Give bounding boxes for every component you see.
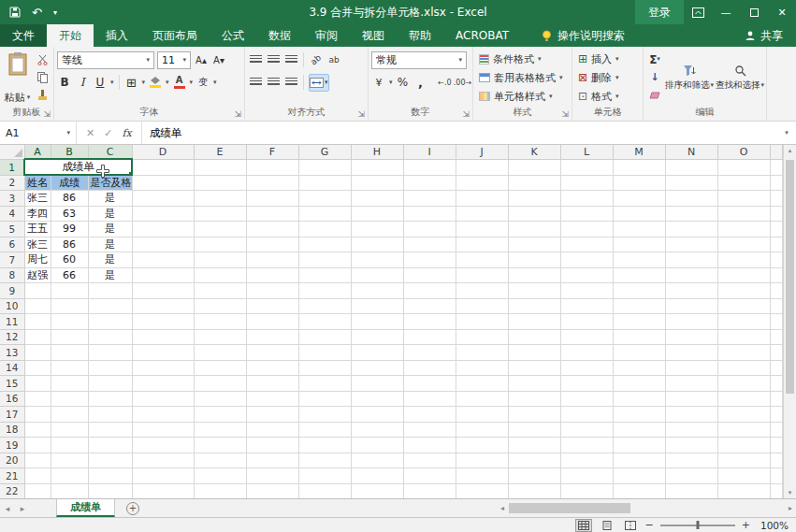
cell-J3[interactable] <box>456 191 508 207</box>
cell-A3[interactable]: 张三 <box>24 191 51 207</box>
cell-O17[interactable] <box>717 407 770 423</box>
cell-I18[interactable] <box>403 422 456 438</box>
cell-B20[interactable] <box>51 453 88 468</box>
cell-A1:C1[interactable]: 成绩单 <box>24 159 132 175</box>
cell-K1[interactable] <box>508 159 560 175</box>
cell-M4[interactable] <box>613 206 665 222</box>
cell-N1[interactable] <box>665 159 717 175</box>
borders-caret-icon[interactable]: ▾ <box>142 79 146 86</box>
sheet-nav-left-icon[interactable]: ◂ <box>0 499 15 517</box>
cell-L15[interactable] <box>560 376 613 392</box>
cell-E14[interactable] <box>194 360 246 376</box>
cell-N10[interactable] <box>665 298 717 314</box>
cell-E7[interactable] <box>194 252 246 268</box>
cell-M13[interactable] <box>613 345 665 361</box>
cell-F22[interactable] <box>246 483 298 498</box>
cell-L12[interactable] <box>560 329 613 345</box>
cell-I10[interactable] <box>403 298 456 314</box>
conditional-formatting-button[interactable]: 条件格式▾ <box>476 50 569 68</box>
cell-F2[interactable] <box>246 175 298 191</box>
cell-E15[interactable] <box>194 376 246 392</box>
cell-D18[interactable] <box>132 422 194 438</box>
cell-L22[interactable] <box>560 483 613 498</box>
cell-C2[interactable]: 是否及格 <box>88 175 132 191</box>
sign-in-button[interactable]: 登录 <box>635 0 684 24</box>
decrease-decimal-button[interactable]: .00→ <box>456 74 470 92</box>
row-header-17[interactable]: 17 <box>0 407 24 423</box>
cell-F18[interactable] <box>246 422 298 438</box>
align-right-button[interactable] <box>283 74 298 92</box>
cell-F10[interactable] <box>246 298 298 314</box>
cell-O20[interactable] <box>717 453 770 468</box>
cell-J18[interactable] <box>456 422 508 438</box>
cell-J10[interactable] <box>456 298 508 314</box>
cell-C16[interactable] <box>88 391 132 407</box>
cell-O13[interactable] <box>717 345 770 361</box>
ribbon-tab-帮助[interactable]: 帮助 <box>397 24 443 47</box>
cell-A7[interactable]: 周七 <box>24 252 51 268</box>
phonetic-caret-icon[interactable]: ▾ <box>213 79 217 86</box>
cell-K18[interactable] <box>508 422 560 438</box>
merge-and-center-button[interactable]: ▾ <box>309 74 329 92</box>
bold-button[interactable]: B <box>57 74 72 92</box>
cell-B5[interactable]: 99 <box>51 222 88 237</box>
cell-M10[interactable] <box>613 298 665 314</box>
cell-C9[interactable] <box>88 283 132 299</box>
cell-M22[interactable] <box>613 483 665 498</box>
cell-O4[interactable] <box>717 206 770 222</box>
cell-E5[interactable] <box>194 222 246 237</box>
insert-function-button[interactable]: fx <box>122 127 131 139</box>
cell-A16[interactable] <box>24 391 51 407</box>
cell-E1[interactable] <box>194 159 246 175</box>
cell-I5[interactable] <box>403 222 456 237</box>
cell-A19[interactable] <box>24 438 51 453</box>
horizontal-scroll-track[interactable] <box>507 503 786 513</box>
cell-B12[interactable] <box>51 329 88 345</box>
cell-K13[interactable] <box>508 345 560 361</box>
cell-L11[interactable] <box>560 314 613 330</box>
cell-F14[interactable] <box>246 360 298 376</box>
cell-J16[interactable] <box>456 391 508 407</box>
cell-E19[interactable] <box>194 438 246 453</box>
cell-I15[interactable] <box>403 376 456 392</box>
cell-A20[interactable] <box>24 453 51 468</box>
ribbon-tab-公式[interactable]: 公式 <box>210 24 256 47</box>
cell-O11[interactable] <box>717 314 770 330</box>
font-size-combo[interactable]: 11▾ <box>157 51 191 69</box>
cell-D5[interactable] <box>132 222 194 237</box>
horizontal-scrollbar[interactable]: ◂ ▸ <box>497 499 796 517</box>
cell-J21[interactable] <box>456 468 508 484</box>
cell-A2[interactable]: 姓名 <box>24 175 51 191</box>
ribbon-tab-ACROBAT[interactable]: ACROBAT <box>443 24 521 47</box>
cell-L20[interactable] <box>560 453 613 468</box>
cell-E13[interactable] <box>194 345 246 361</box>
vertical-scrollbar[interactable]: ▴ ▾ <box>783 145 796 498</box>
cell-D16[interactable] <box>132 391 194 407</box>
cell-E22[interactable] <box>194 483 246 498</box>
cell-O14[interactable] <box>717 360 770 376</box>
cell-B7[interactable]: 60 <box>51 252 88 268</box>
cell-N11[interactable] <box>665 314 717 330</box>
row-header-20[interactable]: 20 <box>0 453 24 468</box>
cell-D4[interactable] <box>132 206 194 222</box>
cell-L14[interactable] <box>560 360 613 376</box>
cell-F19[interactable] <box>246 438 298 453</box>
cell-E4[interactable] <box>194 206 246 222</box>
cell-C4[interactable]: 是 <box>88 206 132 222</box>
align-bottom-button[interactable] <box>283 51 298 69</box>
cell-I1[interactable] <box>403 159 456 175</box>
sheet-nav-right-icon[interactable]: ▸ <box>15 499 30 517</box>
percent-style-button[interactable]: % <box>396 74 411 92</box>
cell-G10[interactable] <box>298 298 351 314</box>
phonetic-guide-button[interactable]: 变 <box>195 74 210 92</box>
cell-K17[interactable] <box>508 407 560 423</box>
cell-G7[interactable] <box>298 252 351 268</box>
comma-style-button[interactable]: , <box>413 74 428 92</box>
cell-C12[interactable] <box>88 329 132 345</box>
cell-N20[interactable] <box>665 453 717 468</box>
cell-H1[interactable] <box>351 159 403 175</box>
cell-K3[interactable] <box>508 191 560 207</box>
row-header-6[interactable]: 6 <box>0 237 24 252</box>
row-header-22[interactable]: 22 <box>0 483 24 498</box>
cell-J14[interactable] <box>456 360 508 376</box>
